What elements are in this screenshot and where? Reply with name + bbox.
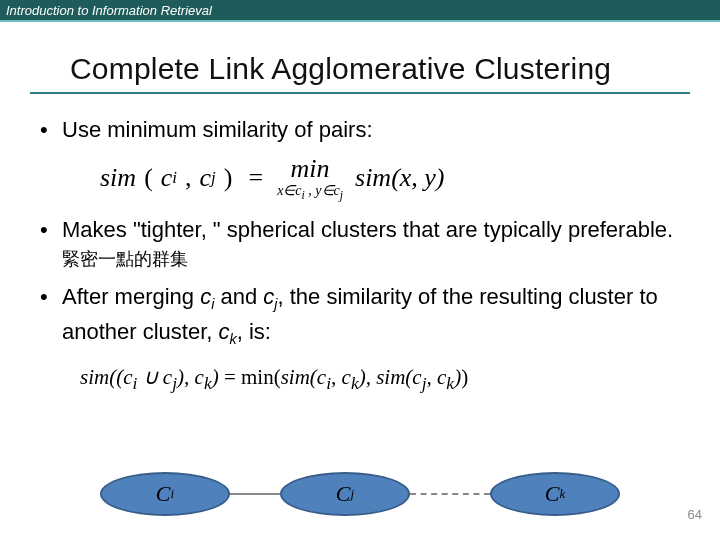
header-bar: Introduction to Information Retrieval <box>0 0 720 22</box>
title-container: Complete Link Agglomerative Clustering <box>30 52 690 94</box>
ci-label: C <box>156 481 171 507</box>
cluster-cj: Cj <box>280 472 410 516</box>
ci: c <box>161 163 173 193</box>
formula-1: sim(ci,cj) = min x∈ci , y∈cj sim(x, y) <box>100 154 680 202</box>
formula-2: sim((ci ∪ cj), ck) = min(sim(ci, ck), si… <box>80 364 680 394</box>
ci-sub: i <box>171 486 175 502</box>
page-title: Complete Link Agglomerative Clustering <box>70 52 650 86</box>
bullet-2b-cjk: 緊密一點的群集 <box>62 249 188 269</box>
bullet-2a: Makes "tighter, " spherical clusters tha… <box>62 217 673 242</box>
sim-xy: sim(x, y) <box>349 163 445 193</box>
course-name: Introduction to Information Retrieval <box>6 3 212 18</box>
bullet-1: • Use minimum similarity of pairs: <box>40 116 680 144</box>
cj-sub: j <box>351 486 355 502</box>
bullet-3: • After merging ci and cj, the similarit… <box>40 283 680 354</box>
formula-2-text: sim((ci ∪ cj), ck) = min(sim(ci, ck), si… <box>80 365 468 389</box>
min-operator: min x∈ci , y∈cj <box>271 154 349 202</box>
comma: , <box>177 163 200 193</box>
edge-solid <box>230 493 280 495</box>
ck-sub: k <box>559 486 565 502</box>
cluster-ci: Ci <box>100 472 230 516</box>
bullet-2-text: Makes "tighter, " spherical clusters tha… <box>62 216 680 273</box>
min-sub: x∈ci , y∈cj <box>277 182 343 202</box>
edge-dashed <box>410 493 490 495</box>
bullet-dot: • <box>40 116 62 144</box>
min-label: min <box>291 154 330 184</box>
sim-fn: sim <box>100 163 136 193</box>
cluster-ck: Ck <box>490 472 620 516</box>
bullet-dot: • <box>40 216 62 244</box>
b3b: and <box>214 284 263 309</box>
equals: = <box>240 163 271 193</box>
page-number: 64 <box>688 507 702 522</box>
slide-content: • Use minimum similarity of pairs: sim(c… <box>0 94 720 394</box>
bullet-dot: • <box>40 283 62 311</box>
b3d: , is: <box>237 319 271 344</box>
cj: c <box>200 163 212 193</box>
bullet-1-text: Use minimum similarity of pairs: <box>62 116 680 144</box>
cluster-diagram: Ci Cj Ck <box>0 472 720 516</box>
ck-label: C <box>545 481 560 507</box>
b3a: After merging <box>62 284 200 309</box>
bullet-2: • Makes "tighter, " spherical clusters t… <box>40 216 680 273</box>
cj-label: C <box>336 481 351 507</box>
bullet-3-text: After merging ci and cj, the similarity … <box>62 283 680 354</box>
